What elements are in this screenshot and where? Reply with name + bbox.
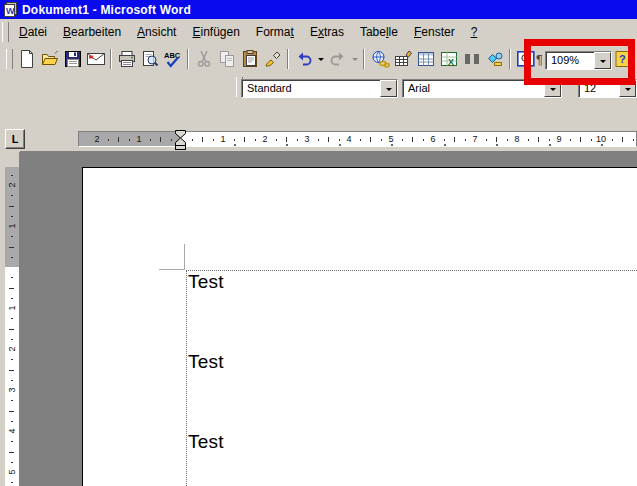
paste-button[interactable] (238, 48, 261, 70)
menu-fenster[interactable]: Fenster (406, 22, 463, 42)
print-button[interactable] (115, 48, 138, 70)
menu-ansicht[interactable]: Ansicht (129, 22, 184, 42)
vruler-text-segment (5, 267, 19, 486)
margin-crop-mark-vertical (184, 244, 185, 270)
undo-dropdown-arrow[interactable] (315, 48, 326, 70)
text-boundary-left (186, 270, 187, 486)
tab-selector-button[interactable]: L (5, 129, 25, 149)
menu-bearbeiten[interactable]: Bearbeiten (55, 22, 129, 42)
print-icon (117, 49, 137, 69)
paragraph-text: Test (188, 432, 224, 452)
indent-marker[interactable] (174, 129, 187, 151)
style-combobox[interactable]: Standard (241, 79, 398, 98)
insert-table-button[interactable] (414, 48, 437, 70)
undo-icon (294, 49, 314, 69)
highlight-box (524, 39, 635, 85)
drawing-icon (485, 49, 505, 69)
hyperlink-globe-icon (370, 49, 390, 69)
print-preview-button[interactable] (138, 48, 161, 70)
horizontal-ruler: 123456789101112 (78, 131, 637, 147)
undo-button[interactable] (292, 48, 315, 70)
window-title: Dokument1 - Microsoft Word (22, 3, 191, 17)
page[interactable] (82, 167, 637, 486)
tables-and-borders-button[interactable] (391, 48, 414, 70)
menu-format[interactable]: Format (248, 22, 302, 42)
spelling-button[interactable]: ABC (161, 48, 184, 70)
redo-button-disabled (326, 48, 349, 70)
menu-items: DateiBearbeitenAnsichtEinfügenFormatExtr… (11, 22, 485, 42)
insert-hyperlink-button[interactable] (368, 48, 391, 70)
spelling-abc-icon: ABC (163, 49, 183, 69)
email-button[interactable] (84, 48, 107, 70)
title-bar[interactable]: W Dokument1 - Microsoft Word (0, 0, 637, 19)
word-document-icon: W (3, 2, 19, 18)
menubar-grip[interactable] (2, 22, 9, 42)
columns-button[interactable] (460, 48, 483, 70)
document-area: TestTestTest (20, 151, 637, 486)
svg-text:W: W (6, 6, 15, 16)
insert-excel-worksheet-button[interactable]: X (437, 48, 460, 70)
font-value[interactable]: Arial (403, 80, 544, 97)
toolbar-separator (284, 48, 292, 70)
menu-tabelle[interactable]: Tabelle (352, 22, 406, 42)
paste-icon (240, 49, 260, 69)
cut-icon (194, 49, 214, 69)
margin-crop-mark-horizontal (159, 269, 185, 270)
cut-button-disabled (192, 48, 215, 70)
paragraph-text: Test (188, 272, 224, 292)
style-value[interactable]: Standard (242, 80, 380, 97)
menu-hilfe[interactable]: ? (463, 22, 486, 42)
insert-table-icon (416, 49, 436, 69)
menu-einfuegen[interactable]: Einfügen (184, 22, 247, 42)
toolbar-separator (506, 48, 514, 70)
standard-toolbar-grip[interactable] (6, 49, 13, 69)
copy-button-disabled (215, 48, 238, 70)
open-folder-icon (40, 49, 60, 69)
menu-datei[interactable]: Datei (11, 22, 55, 42)
style-dropdown-arrow[interactable] (380, 80, 397, 97)
email-icon (86, 49, 106, 69)
new-document-icon (17, 49, 37, 69)
toolbar-separator (184, 48, 192, 70)
excel-worksheet-icon: X (439, 49, 459, 69)
drawing-button[interactable] (483, 48, 506, 70)
format-painter-button[interactable] (261, 48, 284, 70)
open-button[interactable] (38, 48, 61, 70)
toolbar-separator (107, 48, 115, 70)
redo-icon (328, 49, 348, 69)
save-button[interactable] (61, 48, 84, 70)
tables-borders-icon (393, 49, 413, 69)
redo-dropdown-arrow (349, 48, 360, 70)
ruler-row: L 123456789101112 (0, 126, 637, 151)
menu-extras[interactable]: Extras (302, 22, 352, 42)
format-painter-icon (263, 49, 283, 69)
paragraph-text: Test (188, 352, 224, 372)
svg-text:X: X (448, 57, 454, 67)
text-boundary-top (186, 270, 637, 271)
copy-icon (217, 49, 237, 69)
new-document-button[interactable] (15, 48, 38, 70)
word-window: { "window": { "title": "Dokument1 - Micr… (0, 0, 637, 486)
print-preview-icon (140, 49, 160, 69)
vertical-ruler: 1234512 (5, 152, 20, 486)
save-icon (63, 49, 83, 69)
toolbar-separator (360, 48, 368, 70)
columns-icon (462, 49, 482, 69)
